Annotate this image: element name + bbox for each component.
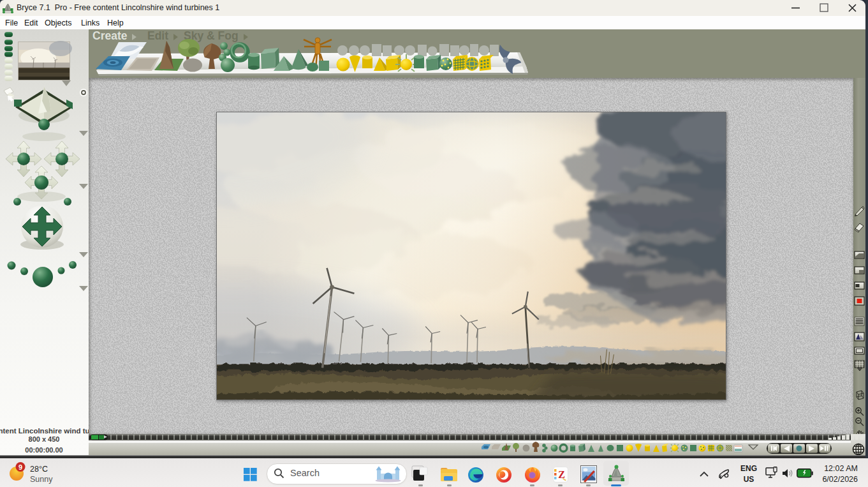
- svg-text:Create: Create: [92, 29, 128, 42]
- svg-text:9: 9: [18, 463, 22, 471]
- svg-text:800 x 450: 800 x 450: [29, 435, 60, 443]
- svg-text:ntent Lincolnshire wind tu: ntent Lincolnshire wind tu: [0, 427, 89, 435]
- svg-text:00:00:00.00: 00:00:00.00: [25, 446, 63, 454]
- svg-text:Z: Z: [558, 469, 565, 480]
- svg-text:Edit: Edit: [147, 29, 168, 42]
